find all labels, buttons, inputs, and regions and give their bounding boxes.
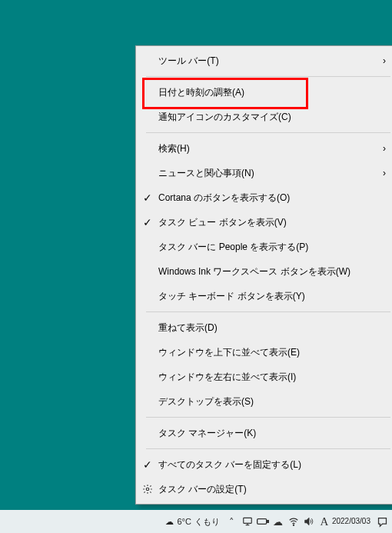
- weather-temp: 6°C: [177, 517, 191, 526]
- battery-icon[interactable]: [255, 510, 271, 533]
- menu-item[interactable]: 重ねて表示(D): [137, 315, 392, 340]
- menu-item[interactable]: デスクトップを表示(S): [137, 389, 392, 414]
- menu-item-label: タスク バーの設定(T): [158, 483, 377, 496]
- menu-item[interactable]: 通知アイコンのカスタマイズ(C): [137, 105, 392, 129]
- menu-item-label: 日付と時刻の調整(A): [158, 86, 377, 99]
- menu-item[interactable]: タスク バーに People を表示する(P): [137, 235, 392, 259]
- menu-item-label: タッチ キーボード ボタンを表示(Y): [158, 290, 377, 303]
- menu-item[interactable]: タスク マネージャー(K): [137, 421, 392, 445]
- check-icon: ✓: [137, 458, 158, 471]
- weather-widget[interactable]: ☁ 6°C くもり: [161, 510, 224, 533]
- desktop[interactable]: ツール バー(T)›日付と時刻の調整(A)通知アイコンのカスタマイズ(C)検索(…: [0, 0, 392, 533]
- ime-indicator-icon[interactable]: A: [317, 510, 332, 533]
- menu-item[interactable]: ツール バー(T)›: [137, 48, 392, 73]
- menu-separator: [146, 132, 390, 133]
- volume-icon[interactable]: [301, 510, 317, 533]
- menu-item-label: ツール バー(T): [158, 55, 377, 68]
- wifi-icon[interactable]: [286, 510, 301, 533]
- menu-item-label: Windows Ink ワークスペース ボタンを表示(W): [158, 265, 377, 278]
- menu-item-label: タスク ビュー ボタンを表示(V): [158, 216, 377, 229]
- menu-item[interactable]: Windows Ink ワークスペース ボタンを表示(W): [137, 259, 392, 284]
- action-center-icon[interactable]: [372, 510, 392, 533]
- menu-item-label: すべてのタスク バーを固定する(L): [158, 458, 377, 471]
- menu-item-label: デスクトップを表示(S): [158, 395, 377, 408]
- gear-icon: [137, 484, 158, 495]
- menu-item-label: 重ねて表示(D): [158, 321, 377, 335]
- menu-item[interactable]: ✓タスク ビュー ボタンを表示(V): [137, 210, 392, 235]
- menu-item[interactable]: 検索(H)›: [137, 136, 392, 161]
- menu-item-label: タスク マネージャー(K): [158, 427, 377, 440]
- submenu-arrow-icon: ›: [377, 143, 392, 154]
- menu-item[interactable]: タスク バーの設定(T): [137, 477, 392, 501]
- menu-item[interactable]: ✓すべてのタスク バーを固定する(L): [137, 452, 392, 477]
- menu-item-label: タスク バーに People を表示する(P): [158, 241, 377, 254]
- taskbar-clock[interactable]: 2022/03/03: [332, 510, 372, 533]
- menu-separator: [146, 448, 390, 449]
- menu-item[interactable]: タッチ キーボード ボタンを表示(Y): [137, 284, 392, 308]
- svg-rect-4: [257, 519, 267, 525]
- check-icon: ✓: [137, 192, 158, 204]
- menu-item[interactable]: 日付と時刻の調整(A): [137, 80, 392, 105]
- menu-item[interactable]: ニュースと関心事項(N)›: [137, 161, 392, 185]
- svg-rect-1: [244, 518, 252, 523]
- menu-item-label: ウィンドウを左右に並べて表示(I): [158, 371, 377, 384]
- weather-text: くもり: [194, 516, 220, 528]
- menu-separator: [146, 417, 390, 418]
- tray-overflow-chevron-icon[interactable]: ˄: [224, 510, 240, 533]
- menu-item-label: 通知アイコンのカスタマイズ(C): [158, 111, 377, 124]
- svg-point-0: [146, 488, 149, 491]
- menu-item-label: ウィンドウを上下に並べて表示(E): [158, 346, 377, 359]
- svg-marker-7: [305, 518, 309, 525]
- menu-item-label: ニュースと関心事項(N): [158, 167, 377, 180]
- submenu-arrow-icon: ›: [377, 168, 392, 178]
- monitor-icon[interactable]: [240, 510, 255, 533]
- svg-rect-5: [267, 521, 268, 523]
- svg-point-6: [293, 525, 294, 525]
- menu-item[interactable]: ウィンドウを上下に並べて表示(E): [137, 340, 392, 365]
- check-icon: ✓: [137, 216, 158, 228]
- taskbar[interactable]: ☁ 6°C くもり ˄ ☁ A 2022/03/03: [0, 510, 392, 533]
- menu-separator: [146, 311, 390, 312]
- menu-item-label: 検索(H): [158, 142, 377, 155]
- cloud-icon[interactable]: ☁: [271, 510, 286, 533]
- submenu-arrow-icon: ›: [377, 55, 392, 66]
- menu-separator: [146, 76, 390, 77]
- taskbar-context-menu: ツール バー(T)›日付と時刻の調整(A)通知アイコンのカスタマイズ(C)検索(…: [135, 45, 392, 505]
- menu-item-label: Cortana のボタンを表示する(O): [158, 192, 377, 205]
- clock-date: 2022/03/03: [332, 518, 370, 526]
- weather-icon: ☁: [165, 517, 174, 527]
- system-tray: ☁ 6°C くもり ˄ ☁ A 2022/03/03: [161, 510, 392, 533]
- menu-item[interactable]: ✓Cortana のボタンを表示する(O): [137, 185, 392, 210]
- menu-item[interactable]: ウィンドウを左右に並べて表示(I): [137, 365, 392, 389]
